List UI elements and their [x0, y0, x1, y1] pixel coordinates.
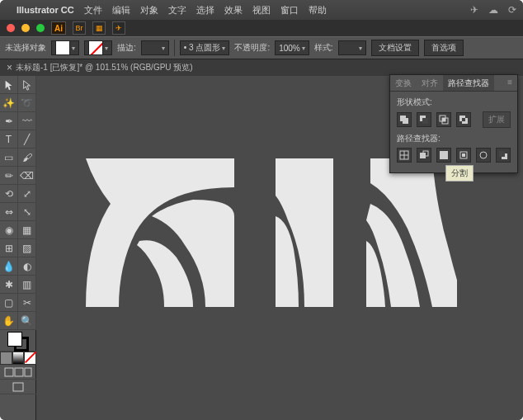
panel-tabstrip: 变换 对齐 路径查找器 ≡ — [390, 75, 517, 92]
screen-mode-button[interactable] — [0, 380, 36, 394]
width-tool[interactable]: ⇔ — [0, 203, 18, 221]
color-solid[interactable] — [0, 352, 12, 365]
style-label: 样式: — [314, 42, 333, 54]
panel-tab-transform[interactable]: 变换 — [390, 75, 417, 91]
intersect-button[interactable] — [436, 112, 451, 127]
outline-button[interactable] — [476, 148, 491, 163]
lasso-tool[interactable]: ➰ — [18, 94, 36, 112]
fill-box[interactable] — [7, 332, 22, 347]
svg-point-23 — [480, 152, 487, 158]
rectangle-tool[interactable]: ▭ — [0, 149, 18, 167]
ai-logo-icon: Ai — [51, 21, 66, 35]
stroke-swatch-dropdown[interactable]: ▾ — [84, 40, 112, 55]
trim-button[interactable] — [417, 148, 431, 163]
window-zoom-button[interactable] — [36, 24, 45, 32]
line-tool[interactable]: ╱ — [18, 130, 36, 149]
document-tab[interactable]: 未标题-1 [已恢复]* @ 101.51% (RGB/GPU 预览) — [16, 62, 193, 73]
send-icon[interactable]: ✈ — [470, 4, 478, 16]
mesh-tool[interactable]: ⊞ — [0, 239, 18, 257]
gradient-tool[interactable]: ▨ — [18, 239, 36, 257]
menu-file[interactable]: 文件 — [84, 4, 102, 17]
svg-rect-0 — [5, 368, 13, 376]
preferences-button[interactable]: 首选项 — [424, 40, 464, 56]
panel-tab-align[interactable]: 对齐 — [417, 75, 443, 91]
svg-rect-1 — [15, 368, 23, 376]
exclude-button[interactable] — [456, 112, 471, 127]
divide-button[interactable] — [397, 148, 412, 163]
menu-type[interactable]: 文字 — [168, 4, 186, 17]
perspective-tool[interactable]: ▦ — [18, 221, 36, 239]
cloud-icon[interactable]: ☁ — [488, 4, 498, 16]
type-tool[interactable]: T — [0, 130, 18, 149]
no-stroke-swatch — [88, 40, 103, 55]
blend-tool[interactable]: ◐ — [18, 257, 36, 276]
fill-swatch-dropdown[interactable]: ▾ — [51, 40, 79, 55]
pen-tool[interactable]: ✒ — [0, 112, 18, 130]
svg-rect-3 — [13, 383, 23, 391]
svg-rect-25 — [499, 151, 505, 157]
color-gradient[interactable] — [12, 352, 25, 365]
slice-tool[interactable]: ✂ — [18, 294, 36, 312]
options-bar: 未选择对象 ▾ ▾ 描边: ▾ • 3 点圆形▾ 不透明度: 100%▾ 样式:… — [0, 36, 523, 59]
rotate-tool[interactable]: ⟲ — [0, 185, 18, 203]
column-graph-tool[interactable]: ▥ — [18, 276, 36, 294]
magic-wand-tool[interactable]: ✨ — [0, 94, 18, 112]
curvature-tool[interactable]: 〰 — [18, 112, 36, 130]
window-minimize-button[interactable] — [21, 24, 30, 32]
arrange-docs-icon[interactable]: ▦ — [92, 21, 106, 35]
artboard-tool[interactable]: ▢ — [0, 294, 18, 312]
system-menubar: Illustrator CC 文件 编辑 对象 文字 选择 效果 视图 窗口 帮… — [0, 0, 523, 20]
bridge-icon[interactable]: Br — [73, 21, 86, 35]
scale-tool[interactable]: ⤢ — [18, 185, 36, 203]
menu-object[interactable]: 对象 — [140, 4, 158, 17]
window-close-button[interactable] — [7, 24, 15, 32]
sync-icon[interactable]: ⟳ — [508, 4, 516, 16]
menu-select[interactable]: 选择 — [196, 4, 214, 17]
pathfinder-panel: 变换 对齐 路径查找器 ≡ 形状模式: 扩展 路径查找器: — [389, 74, 518, 173]
expand-button[interactable]: 扩展 — [483, 111, 511, 128]
style-dropdown[interactable]: ▾ — [338, 40, 366, 55]
selection-tool[interactable] — [0, 76, 18, 94]
eyedropper-tool[interactable]: 💧 — [0, 257, 18, 276]
menu-effect[interactable]: 效果 — [224, 4, 243, 17]
document-setup-button[interactable]: 文档设置 — [371, 40, 419, 56]
stroke-label: 描边: — [117, 42, 136, 54]
menu-view[interactable]: 视图 — [252, 4, 271, 17]
menu-help[interactable]: 帮助 — [309, 4, 327, 17]
svg-rect-2 — [25, 368, 31, 376]
color-none[interactable] — [24, 352, 36, 365]
panel-tab-pathfinder[interactable]: 路径查找器 — [443, 75, 494, 91]
unite-button[interactable] — [397, 112, 412, 127]
share-icon[interactable]: ✈ — [112, 21, 125, 35]
paintbrush-tool[interactable]: 🖌 — [18, 149, 36, 167]
stroke-weight-field[interactable]: ▾ — [141, 40, 169, 55]
merge-button[interactable] — [436, 148, 451, 163]
menu-window[interactable]: 窗口 — [280, 4, 299, 17]
opacity-field[interactable]: 100%▾ — [275, 40, 309, 55]
draw-mode-row[interactable] — [0, 365, 36, 380]
minus-back-button[interactable] — [496, 148, 511, 163]
eraser-tool[interactable]: ⌫ — [18, 167, 36, 185]
illustrator-window: Illustrator CC 文件 编辑 对象 文字 选择 效果 视图 窗口 帮… — [0, 0, 523, 420]
minus-front-button[interactable] — [417, 112, 431, 127]
menu-edit[interactable]: 编辑 — [112, 4, 130, 17]
brush-preset-dropdown[interactable]: • 3 点圆形▾ — [180, 40, 230, 55]
app-name[interactable]: Illustrator CC — [16, 5, 74, 15]
shape-builder-tool[interactable]: ◉ — [0, 221, 18, 239]
free-transform-tool[interactable]: ⤡ — [18, 203, 36, 221]
tools-panel: ✨ ➰ ✒ 〰 T ╱ ▭ 🖌 ✏ ⌫ ⟲ ⤢ ⇔ ⤡ ◉ ▦ ⊞ ▨ 💧 ◐ — [0, 76, 36, 420]
window-titlebar: Ai Br ▦ ✈ — [0, 20, 523, 36]
hand-tool[interactable]: ✋ — [0, 312, 18, 330]
tab-close-button[interactable]: × — [7, 62, 12, 73]
color-mode-row — [0, 352, 36, 365]
direct-selection-tool[interactable] — [18, 76, 36, 94]
panel-menu-icon[interactable]: ≡ — [502, 75, 517, 91]
svg-rect-10 — [442, 118, 445, 121]
crop-button[interactable] — [456, 148, 471, 163]
pencil-tool[interactable]: ✏ — [0, 167, 18, 185]
opacity-label: 不透明度: — [234, 42, 270, 54]
shape-mode-label: 形状模式: — [397, 97, 511, 108]
symbol-sprayer-tool[interactable]: ✱ — [0, 276, 18, 294]
fill-stroke-control[interactable] — [0, 330, 36, 352]
zoom-tool[interactable]: 🔍 — [18, 312, 36, 330]
